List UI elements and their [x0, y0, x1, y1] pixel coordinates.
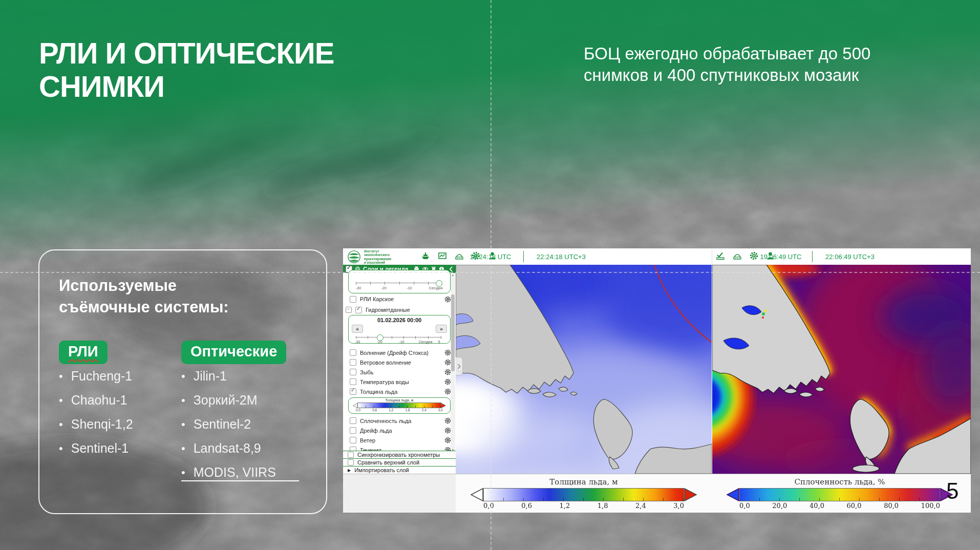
scroll-up-icon[interactable]: ▲ [451, 273, 455, 277]
import-arrow-icon: ▶ [348, 468, 351, 473]
app-header: Институт экологического проектирования и… [343, 248, 971, 265]
ice-thickness-map[interactable] [456, 265, 712, 474]
legend-strip-left-gap [343, 474, 456, 513]
layer-label: Температура воды [360, 379, 409, 385]
slider-tick-label: -30 [356, 286, 361, 290]
optical-list: Jilin-1 Зоркий-2М Sentinel-2 Landsat-8,9… [181, 364, 276, 484]
tick-label: 0,0 [739, 502, 750, 510]
panel-scrollbar[interactable]: ▲ ▼ [451, 273, 455, 452]
layer-checkbox[interactable] [350, 378, 356, 385]
scrollbar-thumb[interactable] [451, 294, 455, 371]
ice-concentration-map[interactable] [712, 265, 971, 474]
logo-line: проектирования [364, 257, 391, 261]
import-layer-row[interactable]: ▶ Импортировать слой [343, 466, 456, 474]
layer-checkbox[interactable] [350, 388, 356, 395]
footer-label: Синхронизировать хронометры [357, 452, 440, 458]
panel-footer: Синхронизировать хронометры Сравнить вер… [343, 451, 456, 474]
list-item: Shenqi-1,2 [59, 412, 133, 436]
layer-row[interactable]: Зыбь [343, 367, 456, 377]
ship-icon[interactable] [421, 252, 430, 260]
badge-optical-label: Оптические [190, 343, 277, 359]
header-divider [712, 249, 712, 264]
layer-row[interactable]: Ветер [343, 435, 456, 445]
collapse-box[interactable] [346, 307, 352, 313]
layer-row[interactable]: Сплоченность льда [343, 416, 456, 426]
badge-radar-label: РЛИ [68, 343, 98, 359]
tick-label: 40,0 [809, 502, 824, 510]
next-step-button[interactable]: » [436, 325, 447, 333]
layer-row[interactable]: Волнение (Дрейф Стокса) [343, 348, 456, 357]
mini-legend: Толщина льда, м 0,0 0,6 1,2 1,8 2,4 3,0 [348, 397, 451, 414]
systems-box: Используемые съёмочные системы: РЛИ Опти… [38, 249, 327, 514]
layer-checkbox[interactable] [350, 427, 356, 434]
tick-label: 1,2 [560, 502, 570, 510]
concentration-colorbar [739, 488, 940, 501]
list-item: Sentinel-2 [181, 412, 276, 436]
prev-step-button[interactable]: « [352, 325, 363, 333]
layer-checkbox[interactable] [350, 437, 356, 443]
legend-ice-concentration: Сплоченность льда, % 0,0 20,0 40,0 60,0 … [726, 474, 953, 513]
check-chart-icon[interactable] [716, 252, 725, 260]
chart-icon[interactable] [438, 252, 447, 260]
slide-title-line1: РЛИ И ОПТИЧЕСКИЕ [39, 37, 334, 70]
systems-heading-line2: съёмочные системы: [59, 298, 229, 316]
group-row-hydromet[interactable]: Гидрометданные [343, 305, 456, 315]
tick-label: 60,0 [847, 502, 862, 510]
layer-checkbox[interactable] [350, 369, 356, 375]
institute-globe-icon [347, 250, 361, 264]
layer-list: Волнение (Дрейф Стокса) Ветровое волнени… [343, 348, 456, 396]
tick-label: 80,0 [884, 502, 899, 510]
utc-time-left: 19:24:18 UTC [460, 248, 521, 265]
layer-row[interactable]: Ветровое волнение [343, 357, 456, 367]
mini-tick: 0,0 [356, 408, 360, 412]
layer-row[interactable]: Дрейф льда [343, 426, 456, 435]
layer-label: РЛИ Карское [360, 296, 394, 302]
layer-checkbox[interactable] [350, 296, 356, 303]
utc-time-right: 19:06:49 UTC [753, 248, 809, 265]
badge-radar: РЛИ [59, 341, 108, 364]
footer-checkbox[interactable] [348, 452, 354, 458]
slider-tick-label: Сегодня [429, 286, 443, 290]
layers-panel: Слои и легенда -30 -20 [343, 265, 456, 474]
hydromet-time-slider[interactable]: -30 -20 -10 Сегодня 5 [356, 337, 441, 337]
left-arrow-icon [353, 403, 357, 408]
layer-row-ice-thickness[interactable]: Толщина льда [343, 387, 456, 396]
legend-title: Толщина льда, м [470, 477, 697, 486]
compare-top-layer-row[interactable]: Сравнить верхний слой [343, 458, 456, 466]
stat-line2: снимков и 400 спутниковых мозаик [584, 65, 870, 86]
sync-chronometers-row[interactable]: Синхронизировать хронометры [343, 451, 456, 458]
footer-label: Импортировать слой [354, 467, 409, 473]
rli-time-slider[interactable]: -30 -20 -10 Сегодня [348, 270, 451, 293]
layer-row-rli[interactable]: РЛИ Карское [343, 293, 456, 305]
mini-tick: 2,4 [422, 408, 427, 412]
list-divider [181, 480, 299, 481]
list-item: Fucheng-1 [59, 364, 133, 388]
layer-checkbox[interactable] [350, 349, 356, 356]
stat-line1: БОЦ ежегодно обрабатывает до 500 [584, 43, 870, 65]
layer-label: Толщина льда [360, 389, 397, 395]
systems-heading-line1: Используемые [59, 277, 177, 294]
slider-handle[interactable] [377, 334, 384, 341]
group-label: Гидрометданные [366, 307, 410, 313]
panel-expander[interactable] [456, 357, 463, 375]
footer-checkbox[interactable] [348, 459, 354, 466]
protractor-icon[interactable] [733, 252, 742, 260]
group-checkbox[interactable] [355, 307, 362, 313]
legend-ticks: 0,0 20,0 40,0 60,0 80,0 100,0 [739, 502, 940, 510]
app-logo: Институт экологического проектирования и… [347, 249, 391, 264]
slider-handle[interactable] [436, 280, 442, 287]
expand-chevron-icon [457, 364, 461, 369]
local-time-left: 22:24:18 UTC+3 [525, 248, 597, 265]
layer-checkbox[interactable] [350, 417, 356, 424]
time-separator [812, 251, 813, 262]
layer-checkbox[interactable] [350, 359, 356, 366]
layer-row[interactable]: Температура воды [343, 377, 456, 387]
right-range-arrow-icon [684, 488, 697, 502]
badge-optical: Оптические [181, 341, 286, 364]
logo-line: экологического [364, 253, 391, 257]
mini-tick: 0,6 [372, 408, 377, 412]
mini-legend-title: Толщина льда, м [349, 398, 450, 402]
collapse-chevron-icon[interactable] [449, 266, 453, 272]
mini-tick: 1,8 [406, 408, 410, 412]
page-number: 5 [946, 478, 958, 504]
